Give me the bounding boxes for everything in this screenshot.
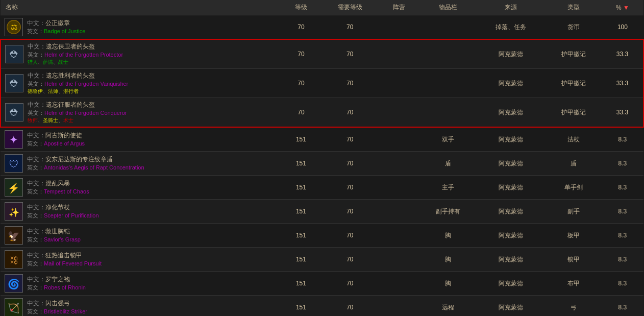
item-level: 70 <box>280 98 322 128</box>
item-pct: 33.3 <box>602 98 643 128</box>
table-row[interactable]: 🌀 中文：罗宁之袍 英文：Robes of Rhonin 15170胸阿克蒙德布… <box>1 272 643 296</box>
item-text: 中文：净化节杖 英文：Scepter of Purification <box>27 203 99 220</box>
svg-text:⛑: ⛑ <box>10 78 19 89</box>
item-text: 中文：遗忘保卫者的头盔 英文：Helm of the Forgotten Pro… <box>28 42 123 66</box>
item-icon: 🛡 <box>5 154 23 173</box>
item-level: 70 <box>280 69 322 98</box>
item-level: 70 <box>280 15 322 40</box>
item-icon: 🦅 <box>5 226 23 245</box>
item-pct: 100 <box>602 15 643 40</box>
svg-text:🏹: 🏹 <box>8 302 20 314</box>
item-level: 151 <box>280 127 322 152</box>
item-source: 掉落、任务 <box>476 15 546 40</box>
item-req-level: 70 <box>322 296 378 317</box>
item-faction <box>378 296 420 317</box>
col-source-header[interactable]: 来源 <box>476 0 546 15</box>
item-req-level: 70 <box>322 15 378 40</box>
item-slot: 胸 <box>420 272 476 296</box>
item-text: 中文：救世胸铠 英文：Savior's Grasp <box>27 227 81 244</box>
item-req-level: 70 <box>322 200 378 224</box>
table-row[interactable]: ⚖ 中文：公正徽章 英文：Badge of Justice 7070掉落、任务货… <box>1 15 643 40</box>
sort-desc-icon: ▼ <box>623 4 629 11</box>
item-faction <box>378 98 420 128</box>
item-source: 阿克蒙德 <box>476 127 546 152</box>
col-level-header[interactable]: 等级 <box>280 0 322 15</box>
item-level: 151 <box>280 296 322 317</box>
col-faction-header[interactable]: 阵营 <box>378 0 420 15</box>
item-type: 法杖 <box>546 127 602 152</box>
table-row[interactable]: ⛑ 中文：遗忘胜利者的头盔 英文：Helm of the Forgotten V… <box>1 69 643 98</box>
item-type: 副手 <box>546 200 602 224</box>
item-icon: ⛑ <box>5 45 23 63</box>
item-req-level: 70 <box>322 248 378 272</box>
col-req-level-header[interactable]: 需要等级 <box>322 0 378 15</box>
item-level: 151 <box>280 152 322 176</box>
item-req-level: 70 <box>322 272 378 296</box>
item-source: 阿克蒙德 <box>476 272 546 296</box>
item-slot <box>420 15 476 40</box>
svg-text:⛑: ⛑ <box>10 107 19 118</box>
item-slot: 副手持有 <box>420 200 476 224</box>
table-row[interactable]: 🏹 中文：闪击强弓 英文：Bristleblitz Striker 15170远… <box>1 296 643 317</box>
item-type: 盾 <box>546 152 602 176</box>
item-slot: 双手 <box>420 127 476 152</box>
item-req-level: 70 <box>322 176 378 200</box>
item-type: 布甲 <box>546 272 602 296</box>
table-row[interactable]: ⛓ 中文：狂热追击锁甲 英文：Mail of Fevered Pursuit 1… <box>1 248 643 272</box>
item-icon: ⛓ <box>5 250 23 269</box>
table-header: 名称 等级 需要等级 阵营 物品栏 来源 类型 % ▼ <box>1 0 643 15</box>
item-req-level: 70 <box>322 127 378 152</box>
item-text: 中文：狂热追击锁甲 英文：Mail of Fevered Pursuit <box>27 251 102 268</box>
items-table: 名称 等级 需要等级 阵营 物品栏 来源 类型 % ▼ ⚖ 中文：公正徽章 英文… <box>0 0 644 316</box>
item-pct: 8.3 <box>602 224 643 248</box>
item-text: 中文：遗忘胜利者的头盔 英文：Helm of the Forgotten Van… <box>28 71 128 95</box>
svg-text:✦: ✦ <box>9 134 18 145</box>
item-pct: 8.3 <box>602 176 643 200</box>
item-slot <box>420 69 476 98</box>
item-slot <box>420 39 476 69</box>
svg-text:⛓: ⛓ <box>10 256 18 265</box>
item-icon: 🌀 <box>5 274 23 293</box>
table-row[interactable]: 🛡 中文：安东尼达斯的专注纹章盾 英文：Antonidas's Aegis of… <box>1 152 643 176</box>
item-pct: 8.3 <box>602 248 643 272</box>
svg-text:⚖: ⚖ <box>11 22 17 31</box>
item-pct: 8.3 <box>602 152 643 176</box>
col-pct-header[interactable]: % ▼ <box>602 0 643 15</box>
item-type: 弓 <box>546 296 602 317</box>
item-pct: 33.3 <box>602 69 643 98</box>
table-row[interactable]: ⚡ 中文：混乱风暴 英文：Tempest of Chaos 15170主手阿克蒙… <box>1 176 643 200</box>
table-row[interactable]: ⛑ 中文：遗忘征服者的头盔 英文：Helm of the Forgotten C… <box>1 98 643 128</box>
item-faction <box>378 176 420 200</box>
item-text: 中文：罗宁之袍 英文：Robes of Rhonin <box>27 275 86 291</box>
item-text: 中文：安东尼达斯的专注纹章盾 英文：Antonidas's Aegis of R… <box>27 155 144 172</box>
table-row[interactable]: ✦ 中文：阿古斯的使徒 英文：Apostle of Argus 15170双手阿… <box>1 127 643 152</box>
table-row[interactable]: ⛑ 中文：遗忘保卫者的头盔 英文：Helm of the Forgotten P… <box>1 39 643 69</box>
svg-text:✨: ✨ <box>9 207 20 218</box>
col-slot-header[interactable]: 物品栏 <box>420 0 476 15</box>
item-faction <box>378 69 420 98</box>
svg-text:⚡: ⚡ <box>8 182 20 194</box>
item-type: 货币 <box>546 15 602 40</box>
item-req-level: 70 <box>322 98 378 128</box>
item-text: 中文：遗忘征服者的头盔 英文：Helm of the Forgotten Con… <box>28 101 127 124</box>
item-source: 阿克蒙德 <box>476 200 546 224</box>
item-type: 单手剑 <box>546 176 602 200</box>
item-req-level: 70 <box>322 152 378 176</box>
item-pct: 8.3 <box>602 200 643 224</box>
item-slot <box>420 98 476 128</box>
table-row[interactable]: 🦅 中文：救世胸铠 英文：Savior's Grasp 15170胸阿克蒙德板甲… <box>1 224 643 248</box>
item-faction <box>378 272 420 296</box>
item-req-level: 70 <box>322 224 378 248</box>
item-level: 151 <box>280 272 322 296</box>
table-row[interactable]: ✨ 中文：净化节杖 英文：Scepter of Purification 151… <box>1 200 643 224</box>
item-slot: 胸 <box>420 248 476 272</box>
col-type-header[interactable]: 类型 <box>546 0 602 15</box>
item-source: 阿克蒙德 <box>476 69 546 98</box>
col-name-header[interactable]: 名称 <box>1 0 280 15</box>
svg-text:🌀: 🌀 <box>8 278 20 290</box>
item-type: 护甲徽记 <box>546 69 602 98</box>
svg-text:🦅: 🦅 <box>8 230 20 242</box>
item-type: 护甲徽记 <box>546 98 602 128</box>
item-source: 阿克蒙德 <box>476 39 546 69</box>
svg-text:⛑: ⛑ <box>10 49 19 60</box>
